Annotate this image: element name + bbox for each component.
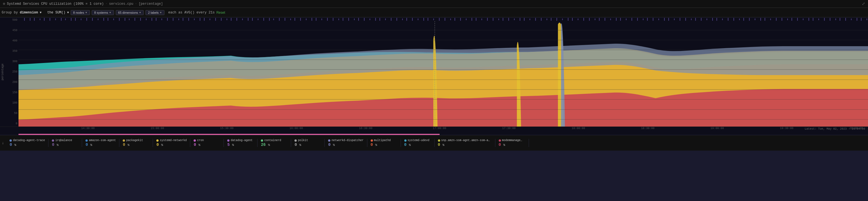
legend-item-modemmanager[interactable]: modemmanage… 0 % bbox=[495, 139, 529, 147]
dimensions-button[interactable]: 65 dimensions ▼ bbox=[116, 10, 144, 15]
labels-chevron: ▼ bbox=[159, 11, 162, 14]
y-axis: 0 50 100 150 200 250 300 350 400 450 500 bbox=[5, 18, 19, 127]
legend-dot bbox=[371, 139, 373, 142]
legend-dot bbox=[328, 139, 330, 142]
legend-dot bbox=[86, 139, 88, 142]
group-by-label: Group by dimension bbox=[2, 11, 38, 14]
sort-icon[interactable]: ↓ bbox=[2, 141, 4, 145]
dimensions-chevron: ▼ bbox=[139, 11, 142, 14]
title-dot1: · bbox=[105, 2, 107, 6]
avg-label: each as AVG() every 21s bbox=[166, 11, 215, 14]
legend-dot bbox=[499, 139, 501, 142]
legend-dot bbox=[52, 139, 54, 142]
legend-dot bbox=[294, 139, 297, 142]
nodes-button[interactable]: 8 nodes ▼ bbox=[71, 10, 90, 15]
time-label-1800: 18:00:00 bbox=[571, 127, 585, 130]
legend-dot bbox=[194, 139, 196, 142]
toolbar: Group by dimension ▼ the SUM() ▼ 8 nodes… bbox=[0, 8, 868, 18]
legend-item-datadog-agent[interactable]: datadog-agent 5 % bbox=[224, 139, 257, 147]
time-label-1730: 17:30:00 bbox=[502, 127, 516, 130]
chart-area: percentage bbox=[0, 18, 868, 127]
legend-item-systemd-udevd[interactable]: systemd-udevd 0 % bbox=[401, 139, 435, 147]
legend-item-containerd[interactable]: containerd 26 % bbox=[257, 139, 291, 147]
labels-button[interactable]: 2 labels ▼ bbox=[146, 10, 164, 15]
time-label-1830: 18:30:00 bbox=[641, 127, 654, 130]
group-by-chevron[interactable]: ▼ bbox=[40, 11, 42, 14]
time-label-1530: 15:30:00 bbox=[220, 127, 234, 130]
legend-dot bbox=[261, 139, 263, 142]
legend-item-multipathd[interactable]: multipathd 0 % bbox=[367, 139, 401, 147]
title-bar: ⊗ Systemd Services CPU utilization (100%… bbox=[0, 0, 868, 8]
legend-row: ↓ datadog-agent-trace 0 % irqbalance 0 %… bbox=[0, 135, 868, 150]
y-axis-label: percentage bbox=[0, 18, 5, 127]
time-label-1700: 17:00:00 bbox=[433, 127, 446, 130]
legend-item-amazon-ssm-agent[interactable]: amazon-ssm-agent 0 % bbox=[82, 139, 119, 147]
legend-dot bbox=[227, 139, 229, 142]
title-metric: services.cpu bbox=[109, 2, 133, 6]
reset-button[interactable]: Reset bbox=[216, 11, 225, 14]
legend-dot bbox=[404, 139, 407, 142]
systems-button[interactable]: 8 systems ▼ bbox=[92, 10, 114, 15]
progress-bar bbox=[19, 134, 440, 135]
systems-chevron: ▼ bbox=[109, 11, 112, 14]
time-label-1430: 14:30:00 bbox=[81, 127, 95, 130]
nodes-chevron: ▼ bbox=[85, 11, 87, 14]
legend-dot bbox=[438, 139, 440, 142]
legend-item-networkd-dispatcher[interactable]: networkd-dispatcher 0 % bbox=[325, 139, 367, 147]
legend-item-packagekit[interactable]: packagekit 0 % bbox=[119, 139, 153, 147]
expand-icon[interactable]: ⤢ bbox=[862, 1, 865, 6]
sum-label: the SUM() bbox=[43, 11, 65, 14]
legend-item-datadog-agent-trace[interactable]: datadog-agent-trace 0 % bbox=[6, 139, 49, 147]
timeline-row: Latest: Tue, May 02, 2023 · 20:04:30 14:… bbox=[0, 127, 868, 135]
time-label-1600: 16:00:00 bbox=[289, 127, 303, 130]
chart-inner[interactable]: 0 50 100 150 200 250 300 350 400 450 500 bbox=[5, 18, 868, 127]
time-label-1930: 19:30:00 bbox=[780, 127, 794, 130]
legend-item-polkit[interactable]: polkit 0 % bbox=[291, 139, 325, 147]
group-by-value: dimension bbox=[20, 11, 38, 14]
legend-dot bbox=[123, 139, 125, 142]
legend-dot bbox=[156, 139, 159, 142]
time-label-1630: 16:30:00 bbox=[359, 127, 372, 130]
time-label-1900: 19:00:00 bbox=[711, 127, 724, 130]
title-dot2: · bbox=[135, 2, 137, 6]
legend-item-irqbalance[interactable]: irqbalance 0 % bbox=[49, 139, 82, 147]
title-text: Systemd Services CPU utilization (100% =… bbox=[7, 2, 104, 6]
title-unit: [percentage] bbox=[139, 2, 163, 6]
time-label-2000: 20:00:00 bbox=[849, 127, 863, 130]
sum-chevron[interactable]: ▼ bbox=[67, 11, 69, 14]
legend-item-cron[interactable]: cron 0 % bbox=[190, 139, 224, 147]
time-label-1500: 15:00:00 bbox=[151, 127, 164, 130]
legend-item-snp-amzn-ssm[interactable]: snp.amzn-ssm-agnt.amzn-ssm-ager 0 % bbox=[435, 139, 495, 147]
legend-dot bbox=[9, 139, 12, 142]
legend-item-systemd-networkd[interactable]: systemd-networkd 0 % bbox=[153, 139, 190, 147]
window-close-icon[interactable]: ⊗ bbox=[3, 1, 5, 6]
stacked-chart[interactable] bbox=[19, 18, 868, 127]
